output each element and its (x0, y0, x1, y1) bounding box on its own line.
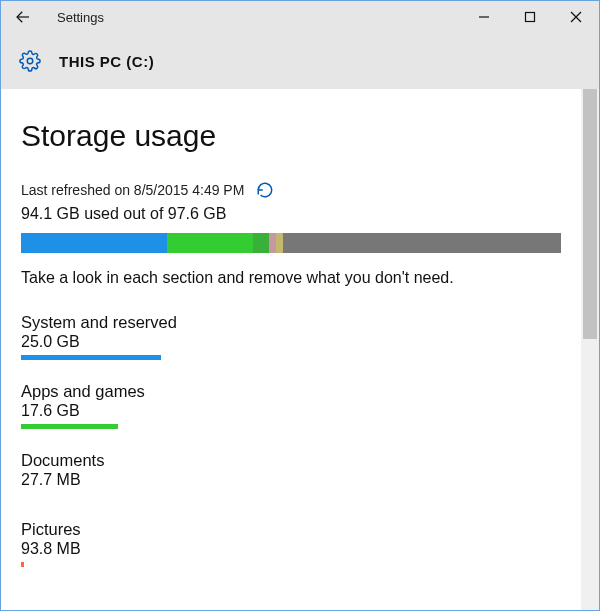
back-button[interactable] (1, 1, 45, 33)
refresh-row: Last refreshed on 8/5/2015 4:49 PM (21, 181, 561, 199)
usage-summary: 94.1 GB used out of 97.6 GB (21, 205, 561, 223)
maximize-button[interactable] (507, 1, 553, 33)
hint-text: Take a look in each section and remove w… (21, 269, 561, 287)
overview-segment (276, 233, 283, 253)
category-bar (21, 493, 561, 498)
window-controls (461, 1, 599, 33)
close-button[interactable] (553, 1, 599, 33)
location-title: THIS PC (C:) (59, 53, 154, 70)
overview-segment (21, 233, 167, 253)
close-icon (570, 11, 582, 23)
overview-segment (269, 233, 276, 253)
category-bar (21, 355, 561, 360)
category-title: Pictures (21, 520, 561, 539)
svg-rect-2 (526, 13, 535, 22)
storage-category[interactable]: Documents27.7 MB (21, 451, 561, 498)
storage-category[interactable]: Pictures93.8 MB (21, 520, 561, 567)
category-title: Apps and games (21, 382, 561, 401)
arrow-left-icon (14, 8, 32, 26)
minimize-button[interactable] (461, 1, 507, 33)
category-size: 27.7 MB (21, 471, 561, 489)
sub-header: THIS PC (C:) (1, 33, 599, 89)
vertical-scrollbar[interactable] (581, 89, 599, 610)
category-title: System and reserved (21, 313, 561, 332)
settings-window: Settings THIS PC (C:) Storage usage (0, 0, 600, 611)
title-bar: Settings (1, 1, 599, 33)
minimize-icon (478, 11, 490, 23)
overview-segment (167, 233, 253, 253)
page-title: Storage usage (21, 119, 561, 153)
storage-overview-bar (21, 233, 561, 253)
storage-category[interactable]: Apps and games17.6 GB (21, 382, 561, 429)
overview-segment (253, 233, 269, 253)
category-bar (21, 424, 561, 429)
category-bar (21, 562, 561, 567)
scrollbar-thumb[interactable] (583, 89, 597, 339)
category-title: Documents (21, 451, 561, 470)
category-size: 17.6 GB (21, 402, 561, 420)
svg-point-5 (27, 58, 33, 64)
category-size: 25.0 GB (21, 333, 561, 351)
overview-segment (283, 233, 561, 253)
maximize-icon (524, 11, 536, 23)
refresh-button[interactable] (256, 181, 274, 199)
refresh-icon (256, 181, 274, 199)
category-size: 93.8 MB (21, 540, 561, 558)
page-content: Storage usage Last refreshed on 8/5/2015… (1, 89, 581, 610)
gear-icon (19, 50, 41, 72)
last-refreshed-label: Last refreshed on 8/5/2015 4:49 PM (21, 182, 244, 198)
storage-category[interactable]: System and reserved25.0 GB (21, 313, 561, 360)
app-title: Settings (57, 10, 104, 25)
